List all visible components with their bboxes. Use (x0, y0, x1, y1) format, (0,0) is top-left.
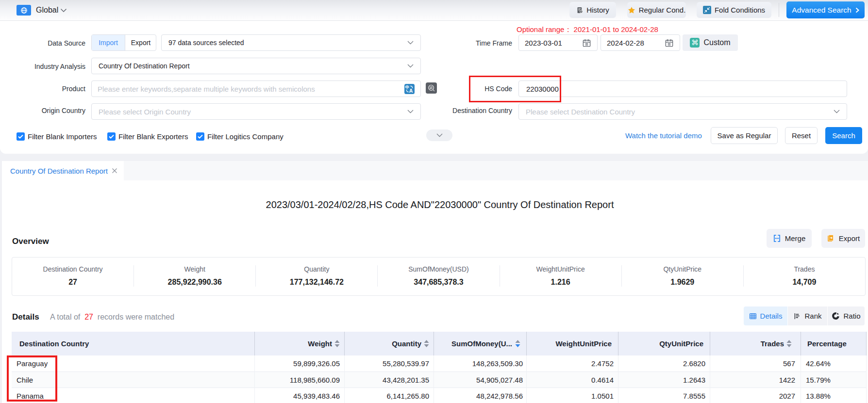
svg-text:A: A (409, 87, 413, 93)
